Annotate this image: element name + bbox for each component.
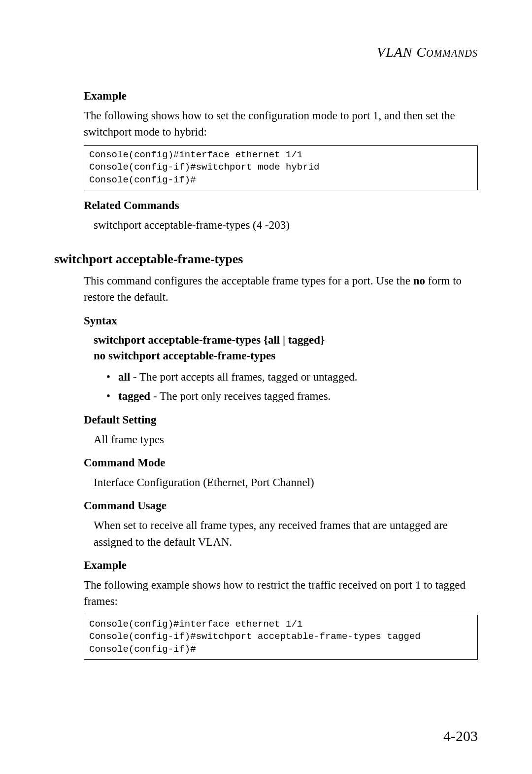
related-commands-text: switchport acceptable-frame-types (4 -20… (84, 217, 478, 233)
command-intro: This command configures the acceptable f… (84, 273, 478, 306)
bullet-term-all: all (118, 371, 130, 383)
default-setting-heading: Default Setting (84, 414, 478, 426)
example-heading-1: Example (84, 90, 478, 103)
command-usage-heading: Command Usage (84, 499, 478, 512)
default-setting-text: All frame types (84, 431, 478, 448)
intro-pre: This command configures the acceptable f… (84, 275, 413, 287)
syntax-heading: Syntax (84, 315, 478, 327)
syntax-line-1: switchport acceptable-frame-types {all |… (94, 332, 478, 348)
related-commands-heading: Related Commands (84, 199, 478, 212)
example-heading-2: Example (84, 559, 478, 572)
syntax-line-2: no switchport acceptable-frame-types (94, 348, 478, 364)
command-heading: switchport acceptable-frame-types (54, 252, 478, 267)
page-header-title: VLAN Commands (54, 44, 478, 60)
example-text-1: The following shows how to set the confi… (84, 107, 478, 141)
bullet-term-tagged: tagged (118, 390, 150, 402)
bullet-desc-all: - The port accepts all frames, tagged or… (130, 371, 357, 383)
command-mode-heading: Command Mode (84, 457, 478, 469)
syntax-block: switchport acceptable-frame-types {all |… (84, 332, 478, 364)
syntax-bullet-list: all - The port accepts all frames, tagge… (84, 369, 478, 405)
list-item: all - The port accepts all frames, tagge… (118, 369, 478, 385)
page-container: VLAN Commands Example The following show… (0, 0, 532, 774)
list-item: tagged - The port only receives tagged f… (118, 388, 478, 404)
command-usage-text: When set to receive all frame types, any… (84, 517, 478, 550)
code-block-2: Console(config)#interface ethernet 1/1 C… (84, 615, 478, 660)
code-block-1: Console(config)#interface ethernet 1/1 C… (84, 145, 478, 190)
bullet-desc-tagged: - The port only receives tagged frames. (150, 390, 331, 402)
command-mode-text: Interface Configuration (Ethernet, Port … (84, 474, 478, 491)
content-area: Example The following shows how to set t… (54, 90, 478, 660)
example-text-2: The following example shows how to restr… (84, 577, 478, 610)
intro-bold-no: no (413, 275, 425, 287)
page-number: 4-203 (443, 728, 478, 744)
